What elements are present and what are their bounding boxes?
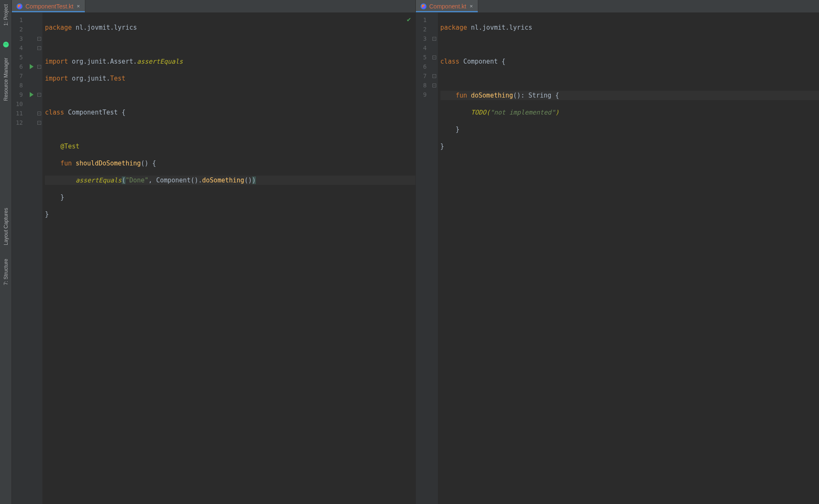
line-number: 11 [12, 110, 27, 117]
code: { [502, 58, 505, 65]
code: ( [486, 109, 490, 116]
tab-componenttest[interactable]: ComponentTest.kt × [12, 0, 85, 12]
code: shouldDoSomething [76, 160, 141, 167]
line-number: 7 [416, 73, 431, 79]
code: } [440, 143, 444, 150]
line-number: 2 [416, 26, 431, 33]
fold-icon[interactable]: – [432, 74, 436, 78]
code: () { [141, 160, 156, 167]
line-number: 4 [416, 45, 431, 51]
code: { [122, 109, 126, 116]
code-area-right[interactable]: package nl.jovmit.lyrics class Component… [438, 13, 819, 504]
line-number: 9 [416, 91, 431, 98]
tab-bar-right: Component.kt × [416, 0, 819, 13]
code [45, 143, 60, 150]
code: "not implemented" [490, 109, 555, 116]
fold-icon[interactable]: – [37, 112, 41, 115]
code: package [440, 24, 471, 31]
code: "Done" [126, 176, 149, 184]
code: nl.jovmit.lyrics [471, 24, 533, 31]
code: ( [122, 176, 126, 184]
code: class [45, 109, 68, 116]
editor-pane-left: ComponentTest.kt × ✔ 1 2 3– 4– 5 6– 7 8 … [12, 0, 416, 504]
fold-icon[interactable]: – [37, 46, 41, 50]
code: ) [252, 176, 256, 184]
line-number: 3 [12, 35, 27, 42]
code: , Component(). [149, 176, 202, 184]
line-number: 1 [416, 17, 431, 23]
tool-window-structure[interactable]: 7: Structure [2, 256, 10, 288]
code [440, 109, 471, 116]
tool-window-bar: 1: Project Resource Manager Layout Captu… [0, 0, 12, 504]
code [45, 160, 60, 167]
svg-point-0 [3, 42, 8, 47]
editor-body-left[interactable]: ✔ 1 2 3– 4– 5 6– 7 8 9– 10 11– 12– packa… [12, 13, 415, 504]
tool-window-resource-manager[interactable]: Resource Manager [2, 55, 10, 104]
code: Test [110, 75, 126, 82]
tab-active-indicator [12, 11, 85, 12]
tab-title: Component.kt [429, 3, 466, 10]
svg-point-2 [6, 44, 7, 45]
tab-bar-left: ComponentTest.kt × [12, 0, 415, 13]
fold-icon[interactable]: – [37, 93, 41, 97]
gutter-right: 1 2 3– 4 5– 6 7– 8– 9 [416, 13, 438, 504]
tool-window-project[interactable]: 1: Project [2, 2, 10, 28]
code: class [440, 58, 463, 65]
fold-icon[interactable]: – [432, 56, 436, 59]
code: fun [456, 92, 471, 99]
code: ComponentTest [68, 109, 121, 116]
line-number: 2 [12, 26, 27, 33]
code: () [244, 176, 252, 184]
code: doSomething [471, 92, 513, 99]
code: fun [60, 160, 76, 167]
code [45, 193, 60, 201]
line-number: 6 [12, 63, 27, 70]
close-icon[interactable]: × [76, 3, 81, 9]
tool-window-layout-captures[interactable]: Layout Captures [2, 205, 10, 248]
fold-icon[interactable]: – [37, 65, 41, 69]
code [440, 126, 456, 133]
code: Component [463, 58, 502, 65]
tool-window-label: 7: Structure [3, 259, 9, 285]
tab-component[interactable]: Component.kt × [416, 0, 479, 12]
android-icon [3, 41, 9, 49]
code: nl.jovmit.lyrics [76, 24, 137, 31]
fold-icon[interactable]: – [432, 84, 436, 87]
editor-pane-right: Component.kt × 1 2 3– 4 5– 6 7– 8– 9 pac… [416, 0, 819, 504]
line-number: 5 [12, 54, 27, 61]
code: TODO [471, 109, 486, 116]
line-number: 4 [12, 45, 27, 51]
line-number: 9 [12, 91, 27, 98]
gutter-left: 1 2 3– 4– 5 6– 7 8 9– 10 11– 12– [12, 13, 42, 504]
line-number: 5 [416, 54, 431, 61]
tool-window-label: 1: Project [3, 4, 9, 26]
kotlin-file-icon [16, 3, 23, 10]
kotlin-file-icon [420, 3, 427, 10]
line-number: 7 [12, 73, 27, 79]
code: (): String { [513, 92, 559, 99]
code: package [45, 24, 76, 31]
tool-window-label: Layout Captures [3, 208, 9, 245]
code: import [45, 58, 72, 65]
editor-split: ComponentTest.kt × ✔ 1 2 3– 4– 5 6– 7 8 … [12, 0, 819, 504]
run-gutter-icon[interactable] [30, 92, 34, 97]
fold-icon[interactable]: – [432, 37, 436, 41]
line-number: 10 [12, 101, 27, 107]
code: } [456, 126, 460, 133]
code: } [60, 193, 64, 201]
line-number: 1 [12, 17, 27, 23]
fold-icon[interactable]: – [37, 121, 41, 125]
fold-icon[interactable]: – [37, 37, 41, 41]
svg-point-1 [5, 44, 6, 45]
editor-body-right[interactable]: 1 2 3– 4 5– 6 7– 8– 9 package nl.jovmit.… [416, 13, 819, 504]
code-area-left[interactable]: package nl.jovmit.lyrics import org.juni… [42, 13, 415, 504]
close-icon[interactable]: × [469, 3, 474, 9]
code: assertEquals [137, 58, 183, 65]
code [45, 176, 76, 184]
tool-window-label: Resource Manager [3, 58, 9, 101]
line-number: 12 [12, 119, 27, 126]
code: ) [555, 109, 559, 116]
run-gutter-icon[interactable] [30, 64, 34, 69]
code: doSomething [202, 176, 244, 184]
code: org.junit.Assert. [72, 58, 137, 65]
